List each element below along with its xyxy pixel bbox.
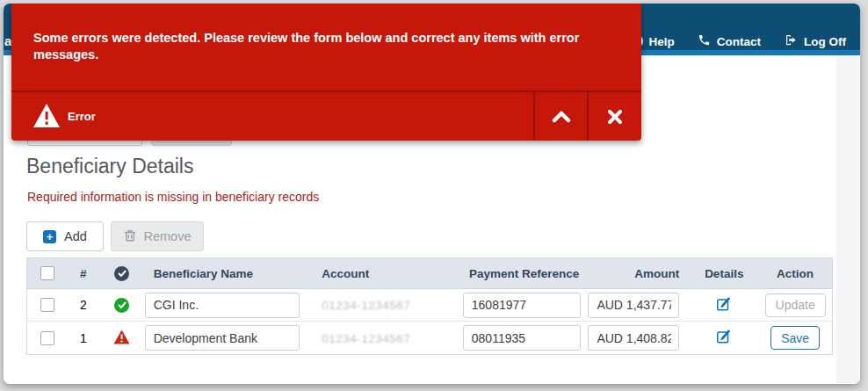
- update-button[interactable]: Update: [765, 293, 826, 317]
- nav-contact[interactable]: Contact: [698, 33, 761, 49]
- table-header-row: # Beneficiary Name Account Payment Refer…: [27, 258, 832, 289]
- nav-contact-label: Contact: [717, 35, 761, 48]
- row-number: 1: [68, 331, 99, 345]
- select-all-checkbox[interactable]: [40, 266, 54, 280]
- remove-button[interactable]: Remove: [111, 221, 204, 251]
- logoff-icon: [784, 33, 798, 49]
- phone-icon: [698, 33, 711, 49]
- scrollbar-track[interactable]: [836, 55, 859, 383]
- header-details: Details: [690, 267, 758, 280]
- edit-details-button[interactable]: [714, 294, 734, 316]
- error-title: Error: [68, 110, 96, 123]
- payment-reference-input[interactable]: [463, 293, 581, 318]
- nav-logoff-label: Log Off: [804, 35, 846, 48]
- validation-message: Required information is missing in benef…: [27, 190, 319, 204]
- error-bar: Error: [11, 91, 641, 141]
- invalid-status-icon: [113, 329, 130, 347]
- page-title: Beneficiary Details: [26, 155, 193, 178]
- header-num: #: [68, 267, 99, 280]
- add-button[interactable]: + Add: [26, 221, 104, 251]
- header-amount: Amount: [589, 267, 691, 280]
- nav-logoff[interactable]: Log Off: [784, 33, 846, 49]
- header-account: Account: [313, 267, 459, 280]
- valid-status-icon: [114, 298, 129, 313]
- edit-pencil-icon: [716, 296, 732, 312]
- account-number: 01234-1234567: [322, 332, 410, 345]
- header-action: Action: [758, 267, 832, 280]
- error-collapse-button[interactable]: [533, 92, 587, 141]
- amount-input[interactable]: [588, 325, 679, 351]
- trash-icon: [124, 228, 136, 244]
- warning-triangle-icon: [33, 103, 61, 129]
- nav-help-label: Help: [649, 35, 675, 48]
- chevron-up-icon: [552, 111, 571, 123]
- app-window: a DEMO ˆ ? Help Contact Log Off: [4, 4, 860, 384]
- error-close-button[interactable]: [587, 92, 641, 141]
- header-status-icon: [99, 266, 145, 281]
- plus-icon: +: [43, 230, 56, 243]
- payment-reference-input[interactable]: [463, 325, 581, 351]
- account-number: 01234-1234567: [322, 299, 410, 312]
- header-payment-reference: Payment Reference: [459, 267, 589, 280]
- error-message: Some errors were detected. Please review…: [33, 30, 615, 63]
- table-row: 1 01234-1234567: [27, 322, 832, 354]
- beneficiary-name-input[interactable]: [145, 293, 300, 318]
- table-row: 2 01234-1234567 Update: [27, 289, 832, 322]
- row-checkbox[interactable]: [40, 298, 54, 312]
- beneficiary-name-input[interactable]: [145, 325, 300, 351]
- add-button-label: Add: [64, 229, 87, 243]
- error-overlay: Some errors were detected. Please review…: [11, 4, 641, 141]
- row-number: 2: [68, 298, 99, 312]
- header-name: Beneficiary Name: [145, 267, 314, 280]
- amount-input[interactable]: [588, 293, 679, 318]
- edit-pencil-icon: [716, 329, 732, 344]
- edit-details-button[interactable]: [714, 327, 734, 349]
- row-checkbox[interactable]: [40, 331, 54, 345]
- remove-button-label: Remove: [144, 229, 192, 243]
- beneficiary-table: # Beneficiary Name Account Payment Refer…: [26, 257, 833, 355]
- save-button[interactable]: Save: [770, 326, 820, 350]
- close-icon: [608, 110, 622, 124]
